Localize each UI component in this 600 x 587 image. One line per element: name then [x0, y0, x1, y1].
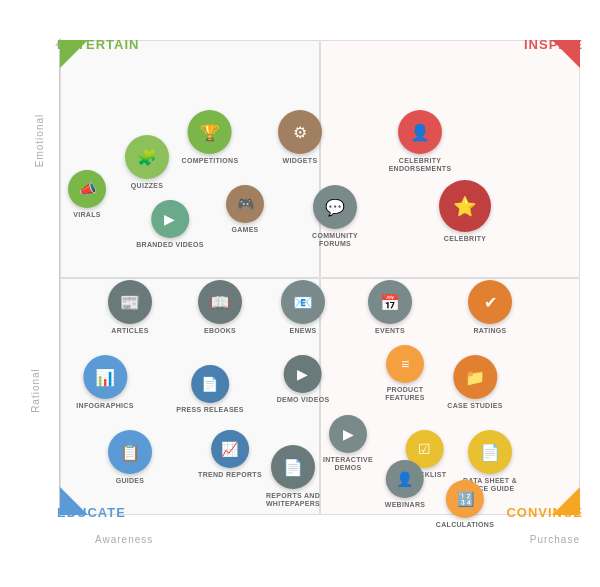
bubble-ratings[interactable]: ✔RATINGS [468, 280, 512, 335]
bubble-circle-ebooks: 📖 [198, 280, 242, 324]
bubble-community-forums[interactable]: 💬COMMUNITY FORUMS [300, 185, 370, 249]
bubble-reports-whitepapers[interactable]: 📄REPORTS AND WHITEPAPERS [258, 445, 328, 509]
bubble-label-press-releases: PRESS RELEASES [176, 406, 244, 414]
bubble-label-ebooks: EBOOKS [204, 327, 236, 335]
bubble-label-community-forums: COMMUNITY FORUMS [300, 232, 370, 249]
bubble-label-articles: ARTICLES [111, 327, 148, 335]
bubble-circle-competitions: 🏆 [188, 110, 232, 154]
bubble-label-celebrity: CELEBRITY [444, 235, 486, 243]
bubble-label-reports-whitepapers: REPORTS AND WHITEPAPERS [258, 492, 328, 509]
bubble-label-webinars: WEBINARS [385, 501, 426, 509]
bubble-infographics[interactable]: 📊INFOGRAPHICS [76, 355, 133, 410]
bubble-press-releases[interactable]: 📄PRESS RELEASES [176, 365, 244, 414]
bubble-articles[interactable]: 📰ARTICLES [108, 280, 152, 335]
bubble-trend-reports[interactable]: 📈TREND REPORTS [198, 430, 262, 479]
bubble-circle-demo-videos: ▶ [284, 355, 322, 393]
corner-convince: CONVINCE [506, 505, 583, 520]
bubble-circle-articles: 📰 [108, 280, 152, 324]
axis-emotional-label: Emotional [34, 114, 45, 167]
bubble-circle-celebrity: ⭐ [439, 180, 491, 232]
bubble-label-quizzes: QUIZZES [131, 182, 163, 190]
bubble-circle-celebrity-endorsements: 👤 [398, 110, 442, 154]
bubble-branded-videos[interactable]: ▶BRANDED VIDEOS [136, 200, 204, 249]
bubble-circle-reports-whitepapers: 📄 [271, 445, 315, 489]
bubble-label-competitions: COMPETITIONS [182, 157, 239, 165]
axis-purchase-label: Purchase [530, 534, 580, 545]
bubble-circle-widgets: ⚙ [278, 110, 322, 154]
corner-entertain: ENTERTAIN [57, 37, 139, 52]
bubble-circle-quizzes: 🧩 [125, 135, 169, 179]
bubble-calculations[interactable]: 🔢CALCULATIONS [436, 480, 494, 529]
bubble-circle-enews: 📧 [281, 280, 325, 324]
bubble-circle-games: 🎮 [226, 185, 264, 223]
bubble-webinars[interactable]: 👤WEBINARS [385, 460, 426, 509]
bubble-widgets[interactable]: ⚙WIDGETS [278, 110, 322, 165]
bubble-circle-community-forums: 💬 [313, 185, 357, 229]
bubble-games[interactable]: 🎮GAMES [226, 185, 264, 234]
bubble-circle-data-sheet: 📄 [468, 430, 512, 474]
bubble-label-celebrity-endorsements: CELEBRITY ENDORSEMENTS [385, 157, 455, 174]
bubble-circle-branded-videos: ▶ [151, 200, 189, 238]
bubble-label-trend-reports: TREND REPORTS [198, 471, 262, 479]
corner-educate: EDUCATE [57, 505, 126, 520]
bubble-virals[interactable]: 📣VIRALS [68, 170, 106, 219]
bubble-circle-press-releases: 📄 [191, 365, 229, 403]
bubble-enews[interactable]: 📧ENEWS [281, 280, 325, 335]
bubble-label-virals: VIRALS [73, 211, 100, 219]
bubble-label-branded-videos: BRANDED VIDEOS [136, 241, 204, 249]
bubble-label-ratings: RATINGS [473, 327, 506, 335]
bubble-celebrity[interactable]: ⭐CELEBRITY [439, 180, 491, 243]
bubble-ebooks[interactable]: 📖EBOOKS [198, 280, 242, 335]
bubble-product-features[interactable]: ≡PRODUCT FEATURES [370, 345, 440, 403]
chart-container: ENTERTAIN INSPIRE EDUCATE CONVINCE Emoti… [35, 15, 595, 555]
bubble-circle-infographics: 📊 [83, 355, 127, 399]
bubble-circle-calculations: 🔢 [446, 480, 484, 518]
bubble-circle-trend-reports: 📈 [211, 430, 249, 468]
bubble-label-widgets: WIDGETS [283, 157, 318, 165]
bubble-case-studies[interactable]: 📁CASE STUDIES [447, 355, 502, 410]
bubble-label-case-studies: CASE STUDIES [447, 402, 502, 410]
bubble-celebrity-endorsements[interactable]: 👤CELEBRITY ENDORSEMENTS [385, 110, 455, 174]
bubble-circle-ratings: ✔ [468, 280, 512, 324]
bubble-label-infographics: INFOGRAPHICS [76, 402, 133, 410]
bubble-circle-case-studies: 📁 [453, 355, 497, 399]
bubble-circle-events: 📅 [368, 280, 412, 324]
bubble-competitions[interactable]: 🏆COMPETITIONS [182, 110, 239, 165]
bubble-label-calculations: CALCULATIONS [436, 521, 494, 529]
bubble-label-enews: ENEWS [289, 327, 316, 335]
bubble-circle-virals: 📣 [68, 170, 106, 208]
corner-inspire: INSPIRE [524, 37, 583, 52]
bubble-demo-videos[interactable]: ▶DEMO VIDEOS [277, 355, 330, 404]
bubble-label-demo-videos: DEMO VIDEOS [277, 396, 330, 404]
bubble-guides[interactable]: 📋GUIDES [108, 430, 152, 485]
bubble-label-product-features: PRODUCT FEATURES [370, 386, 440, 403]
axis-awareness-label: Awareness [95, 534, 153, 545]
bubble-circle-product-features: ≡ [386, 345, 424, 383]
bubble-label-guides: GUIDES [116, 477, 145, 485]
bubble-quizzes[interactable]: 🧩QUIZZES [125, 135, 169, 190]
bubble-label-games: GAMES [231, 226, 258, 234]
bubble-circle-interactive-demos: ▶ [329, 415, 367, 453]
bubble-events[interactable]: 📅EVENTS [368, 280, 412, 335]
bubble-label-events: EVENTS [375, 327, 405, 335]
bubble-circle-webinars: 👤 [386, 460, 424, 498]
bubble-circle-guides: 📋 [108, 430, 152, 474]
axis-rational-label: Rational [30, 368, 41, 413]
